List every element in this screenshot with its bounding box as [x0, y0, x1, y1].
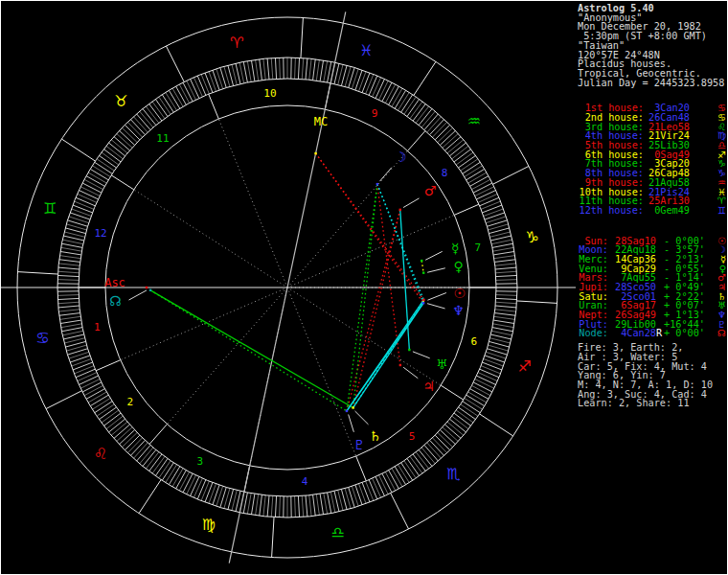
astrolog-app: ☉☽☿♀♂♃♄♅♆♇☊♈♉♊♋♌♍♎♏♐♑♒♓123456789101112As…	[0, 0, 728, 575]
retrograde-flag	[656, 310, 663, 320]
sign-boundary	[139, 480, 161, 514]
sign-glyph-capricorn: ♑	[525, 228, 538, 246]
house-cusp-stub	[441, 385, 464, 400]
pointer-mercury	[425, 251, 443, 260]
sign-glyph-taurus: ♉	[114, 92, 127, 110]
sign-boundary	[391, 493, 409, 529]
retrograde-flag	[656, 255, 663, 264]
house-cusp-line	[167, 288, 287, 425]
retrograde-flag	[656, 237, 663, 246]
aspect-line-mercury-venus	[421, 261, 423, 273]
neptune-degree-dot	[422, 302, 424, 304]
retrograde-flag	[656, 245, 663, 255]
pointer-saturn	[355, 411, 369, 425]
house-number-2: 2	[127, 396, 134, 408]
aspect-line-node-saturn	[150, 290, 353, 408]
jupiter-glyph: ♃	[423, 379, 436, 394]
pointer-node	[129, 290, 148, 300]
label-mc: MC	[314, 115, 328, 128]
retrograde-flag: R	[656, 329, 663, 338]
asc-degree-dot	[146, 287, 148, 288]
aspect-line-moon-sun	[377, 184, 424, 300]
label-asc: Asc	[104, 276, 125, 289]
sign-glyph-scorpio: ♏	[446, 465, 460, 483]
planet-velocity: + 0°00'	[663, 329, 705, 338]
sign-boundary	[492, 166, 529, 184]
aspect-line-mars-pluto	[347, 210, 400, 411]
sign-boundary	[414, 61, 436, 95]
stat-line-6: Learn: 2, Share: 11	[578, 399, 728, 408]
sign-boundary	[301, 17, 303, 58]
sign-glyph-sagittarius: ♐	[518, 357, 532, 376]
header-line-8: Julian Day = 2445323.8958	[578, 79, 728, 88]
house-number-8: 8	[442, 167, 448, 179]
sign-boundary	[517, 301, 557, 303]
house-cusp-stub	[149, 425, 168, 445]
house-number-12: 12	[94, 227, 106, 240]
jupiter-degree-dot	[399, 364, 401, 366]
sign-glyph-virgo: ♍	[202, 516, 216, 534]
house-cusp-stub	[454, 204, 479, 215]
venus-glyph: ♀	[454, 259, 464, 274]
pointer-neptune	[427, 304, 444, 309]
pointer-jupiter	[403, 367, 418, 378]
node-degree-dot	[149, 289, 151, 291]
sign-glyph-aries: ♈	[230, 34, 243, 52]
house-cusp-line	[134, 190, 287, 288]
retrograde-flag	[656, 264, 663, 274]
sign-boundary	[17, 272, 57, 274]
mars-degree-dot	[399, 209, 401, 211]
stats-block: Fire: 3, Earth: 2,Air : 3, Water: 5Car: …	[578, 343, 728, 408]
planet-row-node: Node:4Can28R+ 0°00'☊	[578, 329, 728, 338]
planet-icon: ☊	[717, 329, 728, 338]
retrograde-flag	[656, 292, 663, 302]
house-cusp-stub	[356, 456, 367, 481]
neptune-glyph: ♆	[452, 303, 465, 318]
house-number-3: 3	[197, 455, 204, 468]
sign-glyph-libra: ♎	[331, 523, 345, 541]
house-sign-icon: ♊	[717, 206, 728, 216]
sign-glyph-aquarius: ♒	[467, 112, 481, 130]
retrograde-flag	[656, 301, 663, 310]
pointer-mars	[403, 198, 419, 208]
pluto-degree-dot	[346, 410, 348, 412]
mc-degree-dot	[314, 152, 316, 154]
house-row-12: 12th house:0Gem49♊	[578, 206, 728, 216]
saturn-glyph: ♄	[369, 428, 381, 444]
aspect-line-moon-saturn	[353, 184, 377, 407]
aspect-line-mc-sun	[316, 153, 424, 300]
house-cusp-line	[121, 288, 287, 360]
house-number-7: 7	[474, 242, 481, 254]
house-number-6: 6	[471, 335, 478, 348]
house-label: 12th house:	[578, 206, 644, 216]
pointer-moon	[380, 168, 392, 181]
pluto-glyph: ♇	[353, 437, 366, 452]
house-cusp-stub	[209, 94, 219, 119]
house-cusp-line	[287, 215, 454, 288]
sign-boundary	[272, 518, 274, 558]
moon-glyph: ☽	[395, 150, 407, 165]
pointer-pluto	[349, 414, 354, 431]
sun-degree-dot	[422, 299, 424, 301]
house-value: 0Gem49	[644, 206, 690, 216]
node-glyph: ☊	[109, 293, 121, 309]
sign-glyph-cancer: ♋	[35, 329, 49, 347]
info-panel: Astrolog 5.40"Anonymous"Mon December 20,…	[576, 1, 728, 408]
sign-boundary	[166, 46, 184, 82]
houses-table: 1st house:3Can20♋2nd house:26Can48♋3rd h…	[578, 104, 728, 215]
retrograde-flag	[656, 273, 663, 283]
sun-glyph: ☉	[454, 286, 466, 301]
sign-glyph-leo: ♌	[94, 445, 107, 463]
house-cusp-stub	[96, 360, 121, 371]
house-cusp-line	[287, 150, 408, 288]
aspect-line-moon-pluto	[347, 184, 377, 411]
mercury-degree-dot	[421, 260, 422, 262]
sign-boundary	[46, 391, 82, 409]
house-number-4: 4	[302, 475, 308, 488]
uranus-glyph: ♅	[436, 356, 448, 372]
house-number-1: 1	[94, 321, 101, 334]
house-number-9: 9	[372, 107, 378, 120]
retrograde-flag	[656, 283, 663, 292]
sign-glyph-gemini: ♊	[43, 199, 57, 218]
panel-header: Astrolog 5.40"Anonymous"Mon December 20,…	[578, 4, 728, 87]
